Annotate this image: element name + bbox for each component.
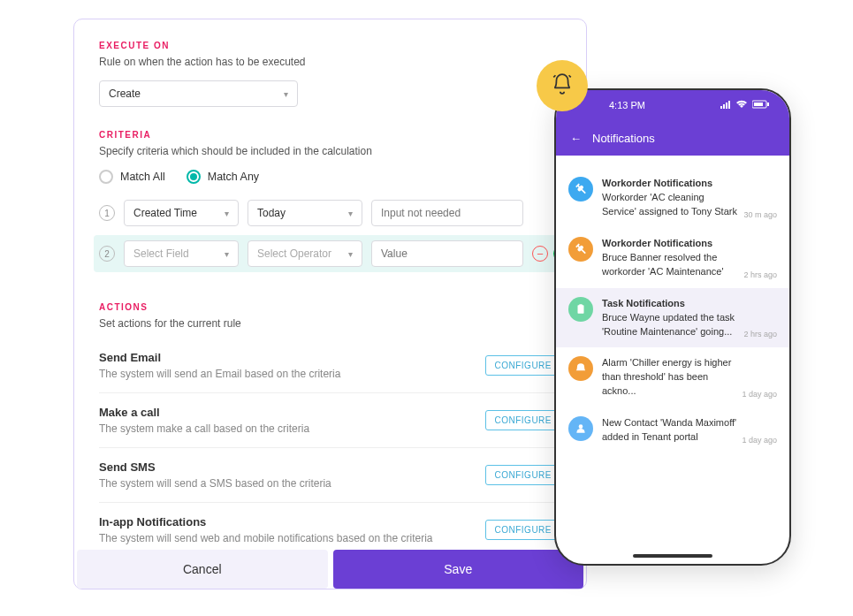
radio-icon (187, 170, 201, 184)
criteria-operator-select[interactable]: Select Operator▾ (248, 240, 362, 267)
chevron-down-icon: ▾ (284, 89, 288, 99)
notification-title: Task Notifications (602, 297, 738, 311)
action-item: Make a callThe system make a call based … (99, 392, 561, 447)
criteria-operator-select[interactable]: Today▾ (248, 200, 362, 226)
svg-rect-7 (578, 305, 584, 313)
action-title: Send SMS (99, 460, 331, 474)
execute-select-value: Create (109, 87, 141, 100)
notification-timestamp: 1 day ago (742, 436, 777, 445)
criteria-row: 2Select Field▾Select Operator▾−+ (94, 235, 567, 272)
action-desc: The system make a call based on the crit… (99, 422, 309, 435)
action-item: Send EmailThe system will send an Email … (99, 338, 561, 392)
bell-icon (551, 72, 574, 99)
notification-body: New Contact 'Wanda Maximoff' added in Te… (602, 417, 736, 442)
execute-label: EXECUTE ON (99, 41, 561, 50)
chevron-down-icon: ▾ (225, 209, 229, 218)
notification-item[interactable]: Task NotificationsBruce Wayne updated th… (556, 288, 789, 348)
criteria-field-value: Created Time (133, 207, 197, 219)
svg-rect-8 (579, 304, 583, 306)
notification-item[interactable]: Workorder NotificationsBruce Banner reso… (556, 228, 789, 288)
wifi-icon (735, 100, 748, 110)
cancel-button[interactable]: Cancel (77, 550, 328, 589)
notification-timestamp: 2 hrs ago (743, 270, 777, 279)
configure-button[interactable]: CONFIGURE (485, 355, 562, 376)
action-desc: The system will send an Email based on t… (99, 368, 340, 380)
execute-select[interactable]: Create ▾ (99, 80, 298, 107)
criteria-operator-value: Select Operator (257, 247, 331, 260)
action-desc: The system will send web and mobile noti… (99, 532, 433, 544)
action-desc: The system will send a SMS based on the … (99, 477, 331, 490)
back-icon[interactable]: ← (570, 132, 582, 145)
phone-header: ← Notifications (556, 120, 789, 156)
clipboard-icon (568, 297, 593, 322)
execute-desc: Rule on when the action has to be execut… (99, 56, 561, 68)
criteria-value-input[interactable] (371, 240, 523, 267)
alarm-icon (568, 356, 593, 381)
criteria-desc: Specify criteria which should be include… (99, 145, 561, 157)
action-title: Make a call (99, 406, 309, 419)
svg-rect-6 (767, 103, 769, 106)
match-all-radio[interactable]: Match All (99, 170, 165, 184)
battery-icon (752, 100, 770, 110)
match-radio-group: Match All Match Any (99, 170, 561, 184)
save-button[interactable]: Save (333, 550, 584, 589)
svg-rect-2 (726, 103, 727, 109)
svg-rect-0 (720, 106, 722, 109)
notification-list[interactable]: Workorder NotificationsWorkorder 'AC cle… (556, 156, 789, 564)
phone-status-icons (720, 100, 770, 110)
criteria-field-value: Select Field (133, 247, 189, 260)
notification-timestamp: 1 day ago (742, 390, 777, 399)
notification-item[interactable]: Alarm 'Chiller energy is higher than thr… (556, 347, 789, 407)
remove-criteria-button[interactable]: − (532, 246, 548, 262)
notification-timestamp: 30 m ago (743, 210, 777, 219)
notification-body: Bruce Banner resolved the workorder 'AC … (602, 252, 723, 277)
criteria-label: CRITERIA (99, 130, 561, 140)
svg-point-9 (579, 425, 583, 430)
configure-button[interactable]: CONFIGURE (485, 465, 562, 485)
home-indicator (633, 554, 712, 558)
radio-icon (99, 170, 113, 184)
action-item: In-app NotificationsThe system will send… (99, 502, 561, 557)
notification-body: Workorder 'AC cleaning Service' assigned… (602, 192, 737, 217)
tools-icon (568, 237, 593, 262)
svg-rect-1 (723, 104, 725, 109)
notification-item[interactable]: Workorder NotificationsWorkorder 'AC cle… (556, 168, 789, 228)
actions-label: ACTIONS (99, 302, 561, 312)
criteria-number: 2 (99, 246, 115, 262)
notification-timestamp: 2 hrs ago (743, 330, 777, 338)
chevron-down-icon: ▾ (348, 249, 353, 259)
phone-preview: 4:13 PM ← Notifications Workorder Notifi… (554, 88, 791, 566)
action-title: In-app Notifications (99, 515, 433, 529)
footer: Cancel Save (74, 550, 586, 589)
svg-rect-5 (754, 103, 763, 106)
match-any-radio[interactable]: Match Any (187, 170, 259, 184)
criteria-operator-value: Today (257, 207, 286, 219)
tools-icon (568, 177, 593, 202)
svg-rect-3 (728, 101, 730, 109)
criteria-row: 1Created Time▾Today▾ (99, 200, 561, 226)
configure-button[interactable]: CONFIGURE (485, 520, 562, 540)
user-icon (568, 416, 593, 441)
notification-title: Workorder Notifications (602, 177, 738, 191)
notification-body: Alarm 'Chiller energy is higher than thr… (602, 357, 731, 396)
bell-badge (537, 60, 588, 111)
configure-button[interactable]: CONFIGURE (485, 410, 562, 430)
chevron-down-icon: ▾ (225, 249, 229, 259)
notification-title: Workorder Notifications (602, 237, 738, 251)
criteria-value-input[interactable] (371, 200, 523, 226)
notification-body: Bruce Wayne updated the task 'Routine Ma… (602, 312, 735, 337)
notification-item[interactable]: New Contact 'Wanda Maximoff' added in Te… (556, 407, 789, 453)
match-any-label: Match Any (208, 171, 259, 183)
phone-status-bar: 4:13 PM (556, 90, 789, 120)
rule-panel: EXECUTE ON Rule on when the action has t… (73, 19, 587, 589)
action-item: Send SMSThe system will send a SMS based… (99, 447, 561, 502)
criteria-number: 1 (99, 205, 115, 221)
chevron-down-icon: ▾ (348, 209, 353, 218)
signal-icon (720, 100, 731, 110)
match-all-label: Match All (120, 171, 165, 183)
criteria-field-select[interactable]: Created Time▾ (124, 200, 239, 226)
phone-header-title: Notifications (592, 132, 655, 145)
criteria-field-select[interactable]: Select Field▾ (124, 240, 239, 267)
phone-time: 4:13 PM (609, 100, 645, 110)
actions-desc: Set actions for the current rule (99, 317, 561, 330)
